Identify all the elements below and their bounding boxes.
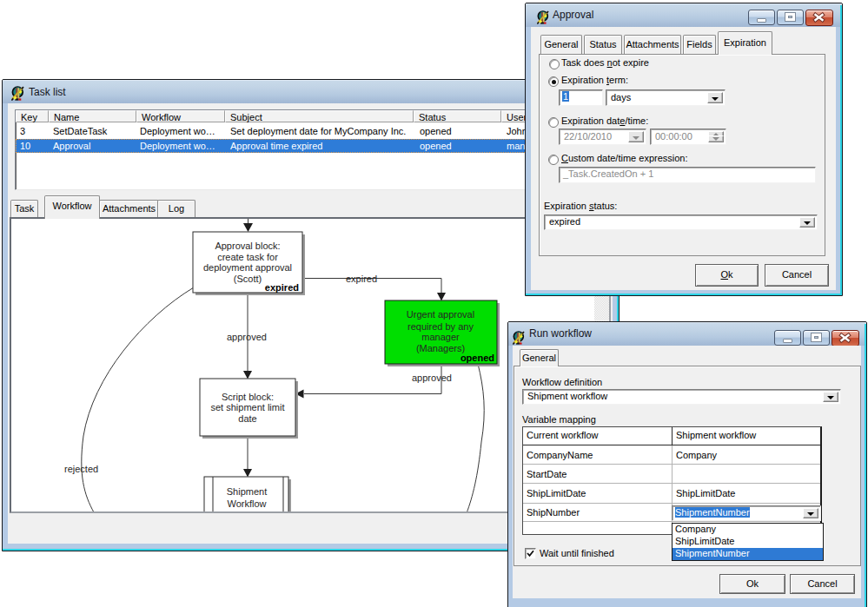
svg-text:set shipment limit: set shipment limit [211,402,285,412]
svg-text:deployment approval: deployment approval [203,262,292,273]
svg-text:required by any: required by any [407,321,474,332]
svg-text:date: date [238,413,256,424]
svg-text:expired: expired [346,274,377,284]
svg-text:(Managers): (Managers) [416,343,465,353]
svg-text:(Scott): (Scott) [234,274,262,284]
svg-text:Approval block:: Approval block: [215,241,280,251]
svg-text:Shipment: Shipment [227,486,267,497]
svg-text:approved: approved [412,373,452,383]
svg-text:create task for: create task for [217,252,278,262]
svg-text:rejected: rejected [64,464,98,474]
svg-text:opened: opened [461,353,494,363]
svg-text:manager: manager [421,332,460,342]
svg-text:Urgent approval: Urgent approval [407,309,474,320]
svg-text:Script block:: Script block: [222,392,274,402]
svg-text:expired: expired [265,282,299,293]
svg-text:Workflow: Workflow [227,498,266,509]
svg-text:approved: approved [227,332,267,342]
